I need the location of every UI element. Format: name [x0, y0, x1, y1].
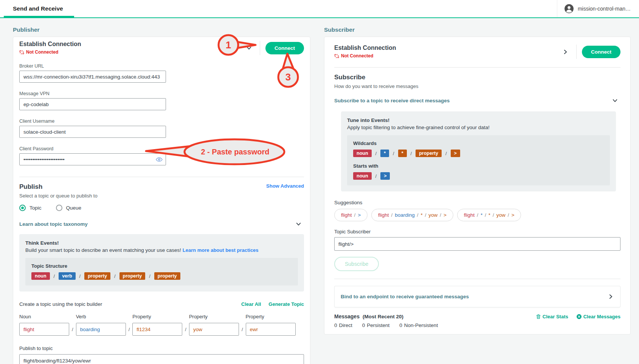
radio-queue-control[interactable] — [56, 205, 62, 211]
slash-separator — [129, 327, 130, 332]
subscriber-connection-header: Establish Connection Not Connected — [334, 45, 620, 59]
taxonomy-collapse-chevron[interactable] — [293, 219, 304, 230]
clear-messages-link[interactable]: Clear Messages — [577, 314, 620, 319]
messages-actions: Clear Stats Clear Messages — [536, 314, 620, 319]
badge-property: property — [416, 150, 442, 157]
suggestion-chip-2[interactable]: flight boarding * yow > — [371, 209, 453, 221]
direct-messages-collapse-chevron[interactable] — [610, 95, 620, 106]
suggestions-label: Suggestions — [334, 200, 620, 205]
builder-property1-input[interactable] — [132, 323, 182, 336]
tune-desc: Apply topic filtering to achieve fine-gr… — [347, 125, 610, 130]
collapse-connection-chevron[interactable] — [244, 43, 254, 54]
slash-separator — [149, 273, 150, 279]
messages-header: Messages (Most Recent 20) Clear Stats — [334, 313, 620, 319]
builder-noun-label: Noun — [19, 314, 69, 319]
radio-topic[interactable]: Topic — [19, 205, 42, 211]
clear-stats-link[interactable]: Clear Stats — [536, 314, 568, 319]
slash-separator — [391, 212, 393, 218]
connection-status: Not Connected — [19, 49, 81, 55]
user-menu[interactable]: mission-control-man… — [557, 0, 639, 17]
messages-recent-label: (Most Recent 20) — [363, 314, 403, 319]
chevron-down-icon — [612, 97, 618, 104]
starts-with-label: Starts with — [353, 163, 604, 169]
broken-link-icon — [19, 50, 24, 55]
bind-endpoint-row[interactable]: Bind to an endpoint to receive guarantee… — [334, 286, 620, 307]
builder-property2-input[interactable] — [189, 323, 239, 336]
publisher-connection-titles: Establish Connection Not Connected — [19, 41, 81, 55]
slash-separator — [440, 212, 441, 218]
clear-stats-label: Clear Stats — [543, 314, 568, 319]
think-events-desc-text: Build your smart topic to describe an ev… — [25, 247, 181, 253]
slash-separator — [485, 212, 486, 218]
topic-builder-header: Create a topic using the topic builder C… — [19, 301, 304, 307]
radio-queue[interactable]: Queue — [56, 205, 82, 211]
publish-title: Publish — [19, 183, 98, 191]
messages-title: Messages — [334, 313, 360, 319]
taxonomy-link[interactable]: Learn about topic taxonomy — [19, 221, 88, 227]
badge-property: property — [84, 272, 110, 280]
chevron-down-icon — [295, 221, 302, 227]
suggestion-chip-1[interactable]: flight > — [334, 209, 368, 221]
subscribe-section-header: Subscribe How do you want to receive mes… — [334, 74, 620, 89]
suggestion-chip-3[interactable]: flight * * yow > — [457, 209, 521, 221]
badge-star: * — [380, 150, 389, 157]
subscribe-subtitle: How do you want to receive messages — [334, 83, 419, 89]
builder-verb-input[interactable] — [76, 323, 126, 336]
slash-separator — [185, 327, 186, 332]
radio-topic-control[interactable] — [19, 205, 26, 211]
topic-subscriber-label: Topic Subscriber — [334, 229, 620, 234]
best-practices-link[interactable]: Learn more about best practices — [183, 247, 259, 253]
builder-property2-group: Property — [189, 314, 239, 336]
badge-gt: > — [380, 172, 390, 180]
circle-x-icon — [577, 314, 582, 319]
client-username-input[interactable] — [19, 126, 166, 138]
expand-connection-chevron[interactable] — [560, 46, 571, 57]
slash-separator — [508, 212, 509, 218]
subscriber-connect-button[interactable]: Connect — [582, 46, 620, 58]
subscribe-title: Subscribe — [334, 74, 419, 81]
client-password-input[interactable] — [19, 153, 166, 165]
builder-property1-label: Property — [132, 314, 182, 319]
client-password-label: Client Password — [19, 146, 304, 151]
publisher-connection-header: Establish Connection Not Connected — [19, 41, 304, 55]
builder-verb-label: Verb — [76, 314, 126, 319]
slash-separator — [375, 150, 377, 157]
show-advanced-link[interactable]: Show Advanced — [266, 183, 304, 189]
client-username-label: Client Username — [19, 119, 304, 124]
badge-property: property — [119, 272, 146, 280]
subscriber-panel: Subscriber Establish Connection Not Conn… — [324, 23, 631, 364]
builder-noun-input[interactable] — [19, 323, 69, 336]
show-password-eye-icon[interactable] — [156, 157, 163, 163]
badge-verb: verb — [59, 272, 75, 280]
clear-all-link[interactable]: Clear All — [241, 301, 261, 307]
subscribe-button[interactable]: Subscribe — [334, 257, 379, 271]
tab-send-and-receive[interactable]: Send and Receive — [13, 0, 63, 17]
chip-segment: flight — [464, 212, 475, 218]
message-vpn-input[interactable] — [19, 98, 166, 110]
topic-structure-label: Topic Structure — [31, 263, 292, 269]
subscriber-heading: Subscriber — [324, 26, 631, 33]
direct-messages-link[interactable]: Subscribe to a topic to receive direct m… — [334, 98, 450, 103]
topic-subscriber-input[interactable] — [334, 237, 620, 251]
client-password-field-group: Client Password — [19, 146, 304, 165]
publisher-panel: Publisher Establish Connection Not Conne… — [13, 23, 310, 364]
chip-segment: > — [444, 212, 447, 218]
badge-noun: noun — [31, 272, 50, 280]
slash-separator — [242, 327, 243, 332]
stat-count: 0 — [362, 322, 365, 328]
topic-structure-badges: noun verb property property property — [31, 272, 292, 280]
topbar: Send and Receive mission-control-man… — [0, 0, 639, 18]
password-wrapper — [19, 153, 166, 165]
direct-messages-row: Subscribe to a topic to receive direct m… — [334, 95, 620, 106]
tune-into-events-box: Tune into Events! Apply topic filtering … — [341, 111, 616, 191]
stat-non-persistent: 0 Non-Persistent — [399, 322, 438, 328]
publish-to-topic-input[interactable] — [19, 354, 304, 364]
broker-url-input[interactable] — [19, 71, 166, 83]
generate-topic-link[interactable]: Generate Topic — [268, 301, 304, 307]
chevron-down-icon — [246, 45, 252, 51]
section-divider — [19, 177, 304, 177]
builder-property3-input[interactable] — [246, 323, 296, 336]
user-avatar-icon — [564, 4, 574, 14]
builder-verb-group: Verb — [76, 314, 126, 336]
publisher-connect-button[interactable]: Connect — [265, 42, 304, 54]
